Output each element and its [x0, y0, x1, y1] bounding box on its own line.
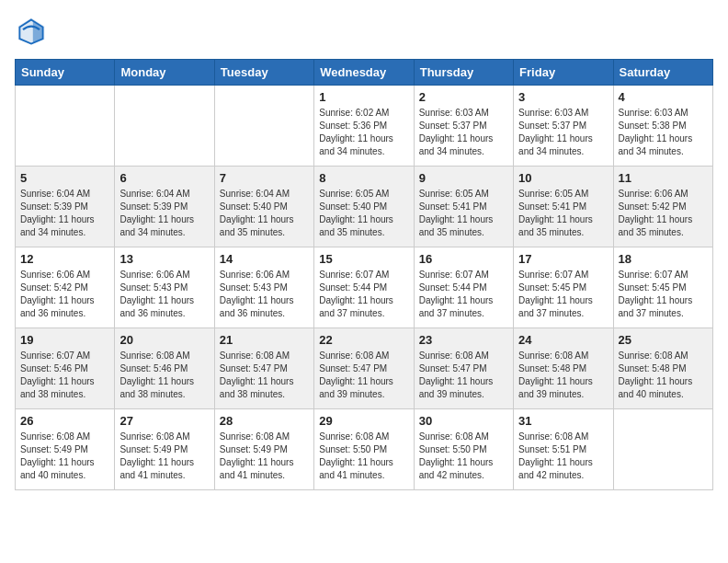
day-info: Sunrise: 6:07 AM Sunset: 5:45 PM Dayligh…	[518, 269, 608, 320]
day-info: Sunrise: 6:08 AM Sunset: 5:50 PM Dayligh…	[419, 431, 508, 482]
day-number: 17	[518, 252, 608, 266]
day-number: 21	[220, 333, 309, 347]
weekday-header-friday: Friday	[514, 60, 613, 86]
day-info: Sunrise: 6:07 AM Sunset: 5:46 PM Dayligh…	[20, 350, 109, 401]
calendar-cell: 13Sunrise: 6:06 AM Sunset: 5:43 PM Dayli…	[115, 247, 214, 328]
calendar-cell: 22Sunrise: 6:08 AM Sunset: 5:47 PM Dayli…	[314, 328, 414, 409]
day-info: Sunrise: 6:03 AM Sunset: 5:37 PM Dayligh…	[518, 107, 608, 158]
calendar-cell: 17Sunrise: 6:07 AM Sunset: 5:45 PM Dayli…	[514, 247, 613, 328]
calendar-cell: 27Sunrise: 6:08 AM Sunset: 5:49 PM Dayli…	[115, 409, 214, 490]
day-number: 6	[119, 171, 209, 185]
day-info: Sunrise: 6:04 AM Sunset: 5:39 PM Dayligh…	[20, 188, 109, 239]
day-number: 18	[619, 252, 708, 266]
day-info: Sunrise: 6:08 AM Sunset: 5:46 PM Dayligh…	[119, 350, 209, 401]
day-number: 5	[20, 171, 109, 185]
calendar-cell: 16Sunrise: 6:07 AM Sunset: 5:44 PM Dayli…	[414, 247, 513, 328]
day-number: 22	[319, 333, 408, 347]
calendar-cell: 7Sunrise: 6:04 AM Sunset: 5:40 PM Daylig…	[214, 167, 313, 247]
day-number: 23	[419, 333, 508, 347]
calendar-cell	[214, 86, 313, 167]
day-number: 12	[20, 252, 109, 266]
weekday-header-saturday: Saturday	[613, 60, 712, 86]
day-info: Sunrise: 6:08 AM Sunset: 5:47 PM Dayligh…	[419, 350, 508, 401]
day-info: Sunrise: 6:07 AM Sunset: 5:45 PM Dayligh…	[619, 269, 708, 320]
calendar-cell: 14Sunrise: 6:06 AM Sunset: 5:43 PM Dayli…	[214, 247, 313, 328]
day-info: Sunrise: 6:04 AM Sunset: 5:39 PM Dayligh…	[119, 188, 209, 239]
day-info: Sunrise: 6:06 AM Sunset: 5:43 PM Dayligh…	[220, 269, 309, 320]
weekday-header-sunday: Sunday	[16, 60, 115, 86]
day-number: 27	[119, 414, 209, 428]
calendar-table: SundayMondayTuesdayWednesdayThursdayFrid…	[15, 59, 713, 490]
calendar-cell: 19Sunrise: 6:07 AM Sunset: 5:46 PM Dayli…	[16, 328, 115, 409]
day-number: 24	[518, 333, 608, 347]
day-info: Sunrise: 6:03 AM Sunset: 5:38 PM Dayligh…	[619, 107, 708, 158]
day-number: 28	[220, 414, 309, 428]
day-number: 19	[20, 333, 109, 347]
calendar-cell: 6Sunrise: 6:04 AM Sunset: 5:39 PM Daylig…	[115, 167, 214, 247]
day-number: 4	[619, 90, 708, 104]
calendar-cell: 25Sunrise: 6:08 AM Sunset: 5:48 PM Dayli…	[613, 328, 712, 409]
calendar-cell: 18Sunrise: 6:07 AM Sunset: 5:45 PM Dayli…	[613, 247, 712, 328]
calendar-week-2: 5Sunrise: 6:04 AM Sunset: 5:39 PM Daylig…	[16, 167, 713, 247]
calendar-cell: 31Sunrise: 6:08 AM Sunset: 5:51 PM Dayli…	[514, 409, 613, 490]
calendar-cell	[16, 86, 115, 167]
day-number: 1	[319, 90, 408, 104]
day-info: Sunrise: 6:05 AM Sunset: 5:40 PM Dayligh…	[319, 188, 408, 239]
calendar-cell: 9Sunrise: 6:05 AM Sunset: 5:41 PM Daylig…	[414, 167, 513, 247]
day-number: 14	[220, 252, 309, 266]
calendar-cell: 28Sunrise: 6:08 AM Sunset: 5:49 PM Dayli…	[214, 409, 313, 490]
calendar-cell: 5Sunrise: 6:04 AM Sunset: 5:39 PM Daylig…	[16, 167, 115, 247]
day-number: 3	[518, 90, 608, 104]
day-info: Sunrise: 6:07 AM Sunset: 5:44 PM Dayligh…	[419, 269, 508, 320]
calendar-cell: 20Sunrise: 6:08 AM Sunset: 5:46 PM Dayli…	[115, 328, 214, 409]
day-number: 7	[220, 171, 309, 185]
day-info: Sunrise: 6:08 AM Sunset: 5:51 PM Dayligh…	[518, 431, 608, 482]
calendar-cell: 10Sunrise: 6:05 AM Sunset: 5:41 PM Dayli…	[514, 167, 613, 247]
calendar-cell: 12Sunrise: 6:06 AM Sunset: 5:42 PM Dayli…	[16, 247, 115, 328]
calendar-week-1: 1Sunrise: 6:02 AM Sunset: 5:36 PM Daylig…	[16, 86, 713, 167]
calendar-cell: 30Sunrise: 6:08 AM Sunset: 5:50 PM Dayli…	[414, 409, 513, 490]
day-info: Sunrise: 6:08 AM Sunset: 5:48 PM Dayligh…	[619, 350, 708, 401]
calendar-cell: 24Sunrise: 6:08 AM Sunset: 5:48 PM Dayli…	[514, 328, 613, 409]
day-number: 13	[119, 252, 209, 266]
day-number: 25	[619, 333, 708, 347]
logo	[15, 15, 53, 48]
day-number: 31	[518, 414, 608, 428]
day-number: 16	[419, 252, 508, 266]
day-number: 10	[518, 171, 608, 185]
day-number: 26	[20, 414, 109, 428]
day-info: Sunrise: 6:03 AM Sunset: 5:37 PM Dayligh…	[419, 107, 508, 158]
calendar-cell: 23Sunrise: 6:08 AM Sunset: 5:47 PM Dayli…	[414, 328, 513, 409]
day-info: Sunrise: 6:08 AM Sunset: 5:50 PM Dayligh…	[319, 431, 408, 482]
day-number: 8	[319, 171, 408, 185]
day-info: Sunrise: 6:07 AM Sunset: 5:44 PM Dayligh…	[319, 269, 408, 320]
day-number: 20	[119, 333, 209, 347]
day-info: Sunrise: 6:08 AM Sunset: 5:48 PM Dayligh…	[518, 350, 608, 401]
day-info: Sunrise: 6:08 AM Sunset: 5:49 PM Dayligh…	[220, 431, 309, 482]
calendar-cell	[115, 86, 214, 167]
weekday-header-wednesday: Wednesday	[314, 60, 414, 86]
logo-icon	[15, 15, 48, 48]
calendar-cell: 4Sunrise: 6:03 AM Sunset: 5:38 PM Daylig…	[613, 86, 712, 167]
day-info: Sunrise: 6:06 AM Sunset: 5:43 PM Dayligh…	[119, 269, 209, 320]
day-info: Sunrise: 6:02 AM Sunset: 5:36 PM Dayligh…	[319, 107, 408, 158]
calendar-cell: 11Sunrise: 6:06 AM Sunset: 5:42 PM Dayli…	[613, 167, 712, 247]
calendar-cell: 26Sunrise: 6:08 AM Sunset: 5:49 PM Dayli…	[16, 409, 115, 490]
calendar-cell: 3Sunrise: 6:03 AM Sunset: 5:37 PM Daylig…	[514, 86, 613, 167]
day-number: 15	[319, 252, 408, 266]
weekday-header-row: SundayMondayTuesdayWednesdayThursdayFrid…	[16, 60, 713, 86]
day-info: Sunrise: 6:08 AM Sunset: 5:47 PM Dayligh…	[319, 350, 408, 401]
calendar-cell: 8Sunrise: 6:05 AM Sunset: 5:40 PM Daylig…	[314, 167, 414, 247]
weekday-header-thursday: Thursday	[414, 60, 513, 86]
day-number: 2	[419, 90, 508, 104]
weekday-header-tuesday: Tuesday	[214, 60, 313, 86]
day-info: Sunrise: 6:05 AM Sunset: 5:41 PM Dayligh…	[419, 188, 508, 239]
day-number: 11	[619, 171, 708, 185]
calendar-week-4: 19Sunrise: 6:07 AM Sunset: 5:46 PM Dayli…	[16, 328, 713, 409]
day-info: Sunrise: 6:08 AM Sunset: 5:49 PM Dayligh…	[20, 431, 109, 482]
page-header	[15, 15, 713, 48]
day-info: Sunrise: 6:08 AM Sunset: 5:49 PM Dayligh…	[119, 431, 209, 482]
calendar-week-5: 26Sunrise: 6:08 AM Sunset: 5:49 PM Dayli…	[16, 409, 713, 490]
day-info: Sunrise: 6:06 AM Sunset: 5:42 PM Dayligh…	[20, 269, 109, 320]
day-info: Sunrise: 6:05 AM Sunset: 5:41 PM Dayligh…	[518, 188, 608, 239]
